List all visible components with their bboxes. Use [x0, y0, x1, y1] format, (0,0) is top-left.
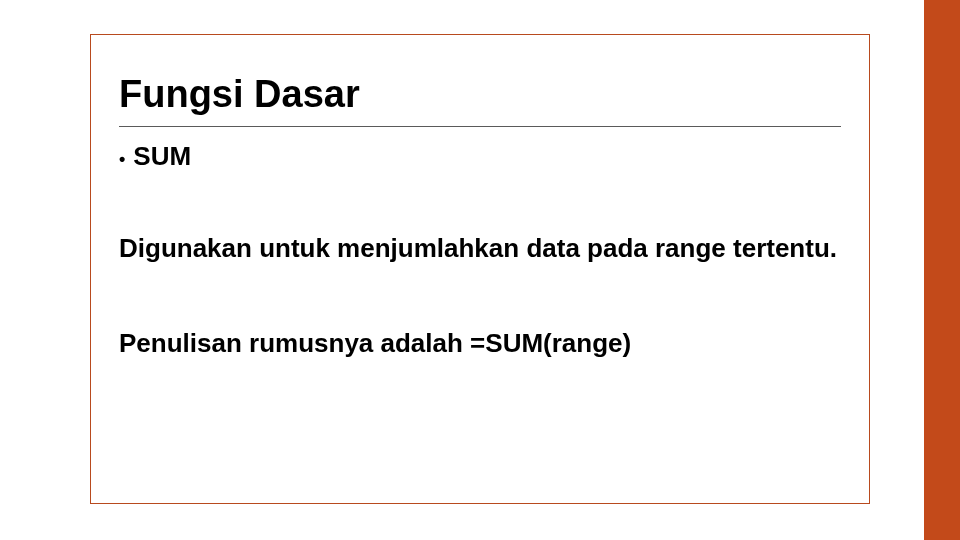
- title-section: Fungsi Dasar: [119, 73, 841, 127]
- bullet-label: SUM: [133, 141, 191, 172]
- accent-side-bar: [924, 0, 960, 540]
- bullet-item-sum: • SUM: [119, 141, 841, 172]
- slide-content-frame: Fungsi Dasar • SUM Digunakan untuk menju…: [90, 34, 870, 504]
- description-text: Digunakan untuk menjumlahkan data pada r…: [119, 232, 841, 266]
- formula-text: Penulisan rumusnya adalah =SUM(range): [119, 328, 841, 359]
- bullet-marker: •: [119, 147, 125, 172]
- slide-title: Fungsi Dasar: [119, 73, 841, 116]
